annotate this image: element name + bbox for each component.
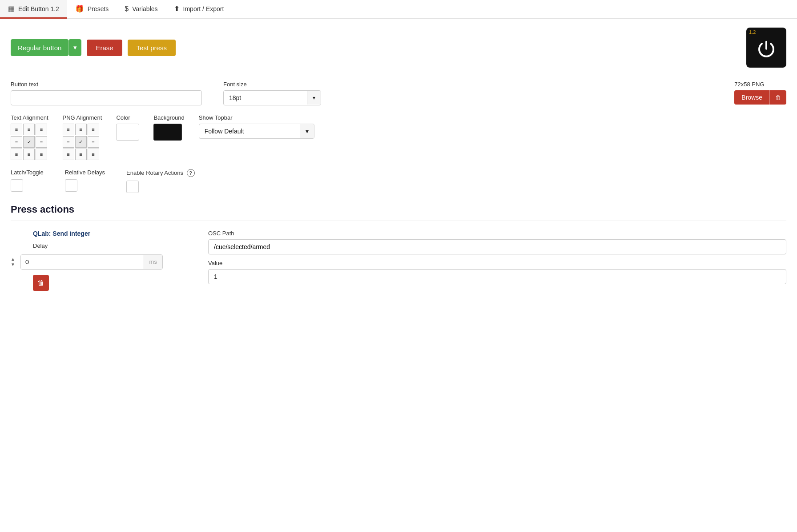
relative-delays-checkbox[interactable] <box>65 179 77 192</box>
png-align-mid-center[interactable]: ✓ <box>75 136 87 148</box>
regular-button[interactable]: Regular button <box>11 39 68 56</box>
form-area: Button text Font size 18pt ▾ 72x58 PNG B… <box>11 81 786 193</box>
regular-button-wrapper: Regular button ▾ <box>11 39 81 56</box>
button-preview: 1.2 <box>746 28 786 68</box>
presets-icon: 🎁 <box>75 4 84 13</box>
action-block: QLab: Send integer Delay ▲ ▼ ms 🗑 <box>11 230 786 291</box>
text-alignment-label: Text Alignment <box>11 114 48 121</box>
stepper-up-icon[interactable]: ▲ <box>11 257 15 262</box>
png-align-top-center[interactable]: ≡ <box>75 124 87 135</box>
text-alignment-group: Text Alignment ≡ ≡ ≡ ≡ ✓ ≡ ≡ ≡ ≡ <box>11 114 48 160</box>
png-align-bot-left[interactable]: ≡ <box>63 149 74 160</box>
png-align-bot-center[interactable]: ≡ <box>75 149 87 160</box>
text-alignment-grid: ≡ ≡ ≡ ≡ ✓ ≡ ≡ ≡ ≡ <box>11 124 48 160</box>
regular-button-dropdown[interactable]: ▾ <box>68 39 81 56</box>
latch-toggle-group: Latch/Toggle <box>11 169 44 192</box>
enable-rotary-group: Enable Rotary Actions ? <box>126 169 195 193</box>
press-actions-section: Press actions QLab: Send integer Delay ▲… <box>11 204 786 291</box>
tab-variables-label: Variables <box>132 5 157 12</box>
text-align-mid-right[interactable]: ≡ <box>36 136 47 148</box>
variables-icon: $ <box>125 5 129 13</box>
latch-toggle-checkbox[interactable] <box>11 179 23 192</box>
show-topbar-group: Show Topbar Follow Default ▾ <box>199 114 314 139</box>
browse-delete-button[interactable]: 🗑 <box>769 90 786 105</box>
background-label: Background <box>153 114 184 121</box>
top-buttons-row: Regular button ▾ Erase Test press 1.2 <box>11 28 786 68</box>
color-group: Color <box>116 114 139 141</box>
show-topbar-select[interactable]: Follow Default ▾ <box>199 124 314 139</box>
button-text-label: Button text <box>11 81 202 88</box>
button-text-input[interactable] <box>11 90 202 105</box>
text-align-mid-left[interactable]: ≡ <box>11 136 22 148</box>
delay-label: Delay <box>11 242 197 249</box>
delay-input[interactable] <box>21 255 144 269</box>
action-left: QLab: Send integer Delay ▲ ▼ ms 🗑 <box>11 230 197 291</box>
browse-row: Browse 🗑 <box>734 90 786 105</box>
action-right: OSC Path Value <box>208 230 786 291</box>
png-align-top-left[interactable]: ≡ <box>63 124 74 135</box>
osc-path-input[interactable] <box>208 239 786 254</box>
png-alignment-label: PNG Alignment <box>63 114 102 121</box>
tab-import-export-label: Import / Export <box>183 5 224 12</box>
latch-toggle-label: Latch/Toggle <box>11 169 44 176</box>
enable-rotary-checkbox[interactable] <box>126 181 139 193</box>
show-topbar-label: Show Topbar <box>199 114 314 121</box>
tab-import-export[interactable]: ⬆ Import / Export <box>166 0 232 19</box>
png-align-top-right[interactable]: ≡ <box>88 124 99 135</box>
text-align-mid-center[interactable]: ✓ <box>23 136 35 148</box>
background-swatch[interactable] <box>153 124 182 141</box>
relative-delays-group: Relative Delays <box>65 169 105 192</box>
delay-stepper[interactable]: ▲ ▼ <box>11 257 15 267</box>
png-label: 72x58 PNG <box>734 81 786 88</box>
value-group: Value <box>208 260 786 284</box>
section-divider <box>11 221 786 221</box>
trash-icon: 🗑 <box>775 94 781 101</box>
delay-row: ▲ ▼ ms <box>11 254 197 270</box>
enable-rotary-label: Enable Rotary Actions ? <box>126 169 195 177</box>
text-align-top-left[interactable]: ≡ <box>11 124 22 135</box>
osc-path-label: OSC Path <box>208 230 786 237</box>
dropdown-arrow-icon: ▾ <box>73 44 77 52</box>
delay-input-row: ms <box>20 254 163 270</box>
preview-label: 1.2 <box>746 28 758 36</box>
checkboxes-row: Latch/Toggle Relative Delays Enable Rota… <box>11 169 786 193</box>
value-input[interactable] <box>208 269 786 284</box>
png-align-mid-left[interactable]: ≡ <box>63 136 74 148</box>
show-topbar-arrow-icon[interactable]: ▾ <box>300 124 314 138</box>
color-swatch[interactable] <box>116 124 139 141</box>
stepper-down-icon[interactable]: ▼ <box>11 262 15 267</box>
button-text-group: Button text <box>11 81 202 105</box>
delay-unit: ms <box>144 255 162 269</box>
show-topbar-value: Follow Default <box>199 124 300 138</box>
edit-button-icon: ▦ <box>8 4 15 13</box>
delete-icon: 🗑 <box>37 279 44 287</box>
text-align-top-center[interactable]: ≡ <box>23 124 35 135</box>
png-align-bot-right[interactable]: ≡ <box>88 149 99 160</box>
font-size-arrow-icon[interactable]: ▾ <box>307 91 321 105</box>
tab-presets[interactable]: 🎁 Presets <box>67 0 117 19</box>
png-alignment-group: PNG Alignment ≡ ≡ ≡ ≡ ✓ ≡ ≡ ≡ ≡ <box>63 114 102 160</box>
test-press-button[interactable]: Test press <box>128 40 176 56</box>
color-label: Color <box>116 114 139 121</box>
text-align-top-right[interactable]: ≡ <box>36 124 47 135</box>
text-align-bot-right[interactable]: ≡ <box>36 149 47 160</box>
tab-edit-button[interactable]: ▦ Edit Button 1.2 <box>0 0 67 19</box>
value-label: Value <box>208 260 786 266</box>
text-align-bot-left[interactable]: ≡ <box>11 149 22 160</box>
font-size-select[interactable]: 18pt ▾ <box>223 90 321 105</box>
browse-button[interactable]: Browse <box>734 90 769 105</box>
png-align-mid-right[interactable]: ≡ <box>88 136 99 148</box>
relative-delays-label: Relative Delays <box>65 169 105 176</box>
import-export-icon: ⬆ <box>174 4 180 13</box>
tab-variables[interactable]: $ Variables <box>117 0 165 19</box>
power-icon <box>756 39 777 60</box>
form-row-2: Text Alignment ≡ ≡ ≡ ≡ ✓ ≡ ≡ ≡ ≡ PNG Ali… <box>11 114 786 160</box>
font-size-group: Font size 18pt ▾ <box>223 81 321 105</box>
font-size-label: Font size <box>223 81 321 88</box>
font-size-value: 18pt <box>224 91 307 105</box>
erase-button[interactable]: Erase <box>87 40 122 56</box>
help-icon: ? <box>187 169 195 177</box>
png-browse-group: 72x58 PNG Browse 🗑 <box>734 81 786 105</box>
text-align-bot-center[interactable]: ≡ <box>23 149 35 160</box>
delete-action-button[interactable]: 🗑 <box>33 275 49 291</box>
